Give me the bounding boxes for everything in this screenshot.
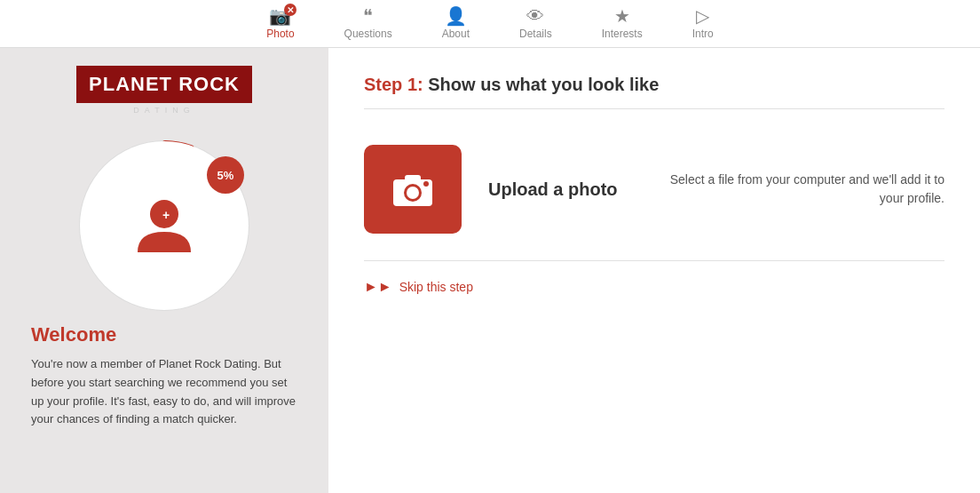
welcome-text: You're now a member of Planet Rock Datin… xyxy=(31,355,297,429)
right-content: Step 1: Show us what you look like Uploa… xyxy=(328,48,980,493)
nav-label-about: About xyxy=(442,28,470,40)
step-title: Step 1: Show us what you look like xyxy=(364,75,944,95)
skip-icon: ►► xyxy=(364,279,392,295)
logo-subtitle: DATING xyxy=(76,106,252,115)
upload-label: Upload a photo xyxy=(488,179,630,200)
camera-icon xyxy=(391,171,435,208)
skip-section: ►► Skip this step xyxy=(364,261,944,313)
svg-point-8 xyxy=(423,181,429,187)
intro-nav-icon: ▷ xyxy=(696,7,709,25)
nav-item-about[interactable]: 👤 About xyxy=(417,0,494,47)
about-nav-icon: 👤 xyxy=(445,7,467,25)
main-content: PLANET ROCK DATING + 5% xyxy=(0,48,980,493)
svg-text:+: + xyxy=(162,208,170,222)
nav-label-details: Details xyxy=(519,28,552,40)
welcome-section: Welcome You're now a member of Planet Ro… xyxy=(22,323,306,429)
nav-item-interests[interactable]: ★ Interests xyxy=(577,0,668,47)
nav-item-intro[interactable]: ▷ Intro xyxy=(668,0,739,47)
step-number: Step 1: xyxy=(364,75,423,94)
user-avatar-icon: + xyxy=(133,195,195,257)
svg-rect-7 xyxy=(405,175,421,182)
top-navigation: 📷 ✕ Photo ❝ Questions 👤 About 👁 Details … xyxy=(0,0,980,48)
details-nav-icon: 👁 xyxy=(526,7,544,25)
nav-item-photo[interactable]: 📷 ✕ Photo xyxy=(241,0,319,47)
nav-label-photo: Photo xyxy=(266,28,294,40)
sidebar: PLANET ROCK DATING + 5% xyxy=(0,48,328,493)
progress-circle: + 5% xyxy=(75,137,253,314)
nav-item-details[interactable]: 👁 Details xyxy=(494,0,577,47)
logo-text: PLANET ROCK xyxy=(89,73,240,96)
photo-icon-wrapper: 📷 ✕ xyxy=(269,7,291,25)
nav-label-questions: Questions xyxy=(344,28,392,40)
questions-nav-icon: ❝ xyxy=(363,7,373,25)
nav-item-questions[interactable]: ❝ Questions xyxy=(320,0,417,47)
interests-nav-icon: ★ xyxy=(614,7,630,25)
logo-container: PLANET ROCK DATING xyxy=(76,66,252,115)
nav-label-interests: Interests xyxy=(602,28,643,40)
step-description: Show us what you look like xyxy=(428,75,659,94)
logo-box: PLANET ROCK xyxy=(76,66,252,103)
upload-section: Upload a photo Select a file from your c… xyxy=(364,127,944,261)
nav-label-intro: Intro xyxy=(692,28,714,40)
skip-step-link[interactable]: Skip this step xyxy=(399,280,473,294)
upload-photo-button[interactable] xyxy=(364,145,462,234)
progress-badge: 5% xyxy=(207,156,244,194)
photo-error-badge: ✕ xyxy=(284,4,296,16)
upload-description: Select a file from your computer and we'… xyxy=(657,171,944,208)
step-header: Step 1: Show us what you look like xyxy=(364,75,944,109)
welcome-title: Welcome xyxy=(31,323,297,346)
svg-point-6 xyxy=(407,187,419,199)
